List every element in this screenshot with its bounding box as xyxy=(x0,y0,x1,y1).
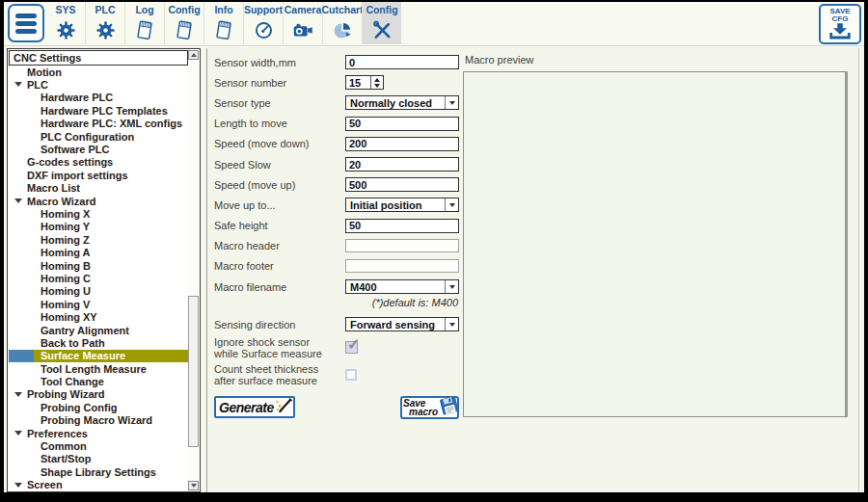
chevron-down-icon[interactable] xyxy=(445,318,458,330)
ignore-shock-sensor-checkbox-checked[interactable]: ✓ xyxy=(345,341,358,354)
tree-item-label: Homing A xyxy=(41,247,91,258)
tab-cutchart[interactable]: Cutchart xyxy=(322,2,362,44)
tree-item-g-codes-settings[interactable]: G-codes settings xyxy=(9,156,188,169)
save-cfg-button[interactable]: SAVE CFG xyxy=(819,4,861,44)
chevron-down-icon[interactable] xyxy=(445,96,458,109)
tree-item-homing-xy[interactable]: Homing XY xyxy=(9,310,188,323)
expander-icon[interactable] xyxy=(14,431,22,436)
sensor-type-label: Sensor type xyxy=(214,97,345,109)
expander-icon[interactable] xyxy=(14,392,22,397)
speed-slow-input[interactable] xyxy=(345,157,459,172)
tree-item-label: Macro Wizard xyxy=(27,196,95,207)
sensor-type-select[interactable]: Normally closed xyxy=(345,95,459,110)
tree-item-start-stop[interactable]: Start/Stop xyxy=(9,453,188,465)
tree-item-hardware-plc-xml-configs[interactable]: Hardware PLC: XML configs xyxy=(9,118,188,130)
floppy-disk-icon xyxy=(438,395,461,420)
tree-item-screen[interactable]: Screen xyxy=(9,479,188,491)
expander-icon[interactable] xyxy=(14,82,22,87)
field-row-sensor-width: Sensor width,mm xyxy=(214,52,459,72)
length-to-move-input[interactable] xyxy=(345,117,459,131)
macro-filename-select[interactable]: M400 xyxy=(345,279,459,294)
tree-item-homing-c[interactable]: Homing C xyxy=(9,272,188,284)
macro-header-input[interactable] xyxy=(345,239,459,252)
chevron-down-icon[interactable] xyxy=(445,280,458,293)
scrollbar-track[interactable] xyxy=(188,60,199,481)
macro-preview-box[interactable] xyxy=(463,71,848,417)
tree-item-surface-measure[interactable]: Surface Measure xyxy=(9,350,188,362)
tab-camera[interactable]: Camera xyxy=(283,2,322,44)
gear-icon xyxy=(95,16,116,44)
scroll-up-button[interactable] xyxy=(188,50,199,60)
expander-icon[interactable] xyxy=(14,483,22,488)
tree-item-homing-v[interactable]: Homing V xyxy=(9,298,188,310)
chevron-down-icon[interactable] xyxy=(445,198,458,211)
move-up-to-select[interactable]: Initial position xyxy=(345,198,459,212)
macro-footer-input[interactable] xyxy=(345,259,459,273)
tree-item-homing-y[interactable]: Homing Y xyxy=(9,221,188,233)
count-sheet-thickness-checkbox-unchecked[interactable] xyxy=(345,369,357,381)
tree-item-plc-configuration[interactable]: PLC Configuration xyxy=(9,130,188,143)
sensing-direction-select[interactable]: Forward sensing xyxy=(345,317,459,331)
tree-item-label: Screen xyxy=(27,479,63,490)
tree-item-macro-list[interactable]: Macro List xyxy=(9,182,188,195)
tab-label: Config xyxy=(366,4,397,16)
tree-item-plc[interactable]: PLC xyxy=(9,78,188,91)
save-macro-button[interactable]: Savemacro xyxy=(400,396,459,419)
tree-item-homing-b[interactable]: Homing B xyxy=(9,259,188,272)
tab-support[interactable]: Support xyxy=(243,2,283,44)
macro-filename-label: Macro filename xyxy=(214,281,345,293)
tree-item-motion[interactable]: Motion xyxy=(9,66,188,78)
tree-item-probing-wizard[interactable]: Probing Wizard xyxy=(9,388,188,401)
tab-config[interactable]: Config xyxy=(164,2,203,44)
scroll-down-button[interactable] xyxy=(188,481,199,490)
tree-item-tool-length-measure[interactable]: Tool Length Measure xyxy=(9,362,188,375)
tree-item-homing-z[interactable]: Homing Z xyxy=(9,233,188,246)
tree-item-tool-change[interactable]: Tool Change xyxy=(9,375,188,387)
speed-move-up-input[interactable] xyxy=(345,177,459,192)
sensor-number-spinner[interactable]: 15 xyxy=(345,75,384,90)
tools-icon xyxy=(371,16,393,44)
tab-config-selected[interactable]: Config xyxy=(362,2,401,44)
tab-label: Camera xyxy=(285,4,322,16)
tree-item-software-plc[interactable]: Software PLC xyxy=(9,143,188,155)
tree-item-common[interactable]: Common xyxy=(9,439,188,452)
speed-move-down-input[interactable] xyxy=(345,137,459,151)
tree-item-hardware-plc-templates[interactable]: Hardware PLC Templates xyxy=(9,104,188,117)
tree-root-header[interactable]: CNC Settings xyxy=(9,50,188,66)
tab-label: SYS xyxy=(55,4,75,16)
field-row-length-to-move: Length to move xyxy=(214,114,459,134)
tree-item-dxf-import-settings[interactable]: DXF import settings xyxy=(9,169,188,181)
tree-item-back-to-path[interactable]: Back to Path xyxy=(9,336,188,349)
tab-log[interactable]: Log xyxy=(124,2,164,44)
tree-item-preferences[interactable]: Preferences xyxy=(9,427,188,439)
pie-icon xyxy=(332,16,354,44)
tree-item-homing-x[interactable]: Homing X xyxy=(9,207,188,220)
tree-scrollbar[interactable] xyxy=(188,50,199,490)
tree-item-hardware-plc[interactable]: Hardware PLC xyxy=(9,92,188,104)
tab-info[interactable]: Info xyxy=(203,2,243,44)
tab-plc[interactable]: PLC xyxy=(85,2,124,44)
menu-button[interactable] xyxy=(8,4,44,42)
tree-item-shape-library-settings[interactable]: Shape Library Settings xyxy=(9,465,188,478)
tree-item-probing-config[interactable]: Probing Config xyxy=(9,401,188,413)
tree-item-probing-macro-wizard[interactable]: Probing Macro Wizard xyxy=(9,414,188,427)
field-row-speed-move-up: Speed (move up) xyxy=(214,174,459,195)
right-edge-line xyxy=(858,48,859,492)
pencil-icon xyxy=(274,396,293,418)
safe-height-input[interactable] xyxy=(345,219,459,233)
tree-item-homing-u[interactable]: Homing U xyxy=(9,285,188,298)
tree-item-gantry-alignment[interactable]: Gantry Alignment xyxy=(9,324,188,336)
spin-down-button[interactable] xyxy=(371,83,383,90)
tree-item-homing-a[interactable]: Homing A xyxy=(9,246,188,258)
speed-move-down-label: Speed (move down) xyxy=(214,138,345,149)
speed-move-up-label: Speed (move up) xyxy=(214,179,345,191)
tree-item-label: Motion xyxy=(27,66,62,78)
expander-icon[interactable] xyxy=(14,198,22,203)
tab-sys[interactable]: SYS xyxy=(46,2,85,44)
sensor-width-input[interactable] xyxy=(345,55,459,69)
scrollbar-thumb[interactable] xyxy=(188,296,199,447)
generate-button[interactable]: Generate xyxy=(214,396,295,418)
tree-item-macro-wizard[interactable]: Macro Wizard xyxy=(9,195,188,207)
toolbar: SYSPLCLogConfigInfoSupportCameraCutchart… xyxy=(4,2,864,46)
field-row-speed-slow: Speed Slow xyxy=(214,154,459,174)
